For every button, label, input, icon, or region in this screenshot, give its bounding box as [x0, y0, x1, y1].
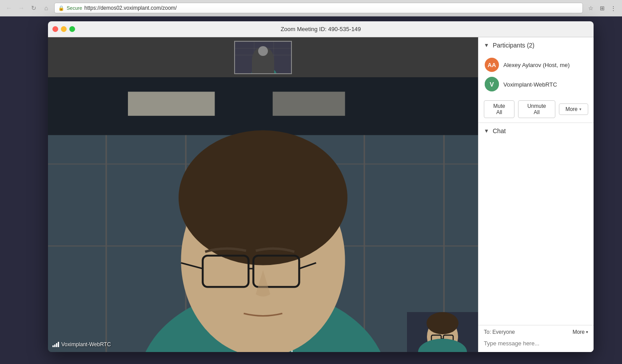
- signal-bars: [52, 342, 59, 347]
- back-button[interactable]: ←: [4, 4, 13, 12]
- more-label: More: [566, 106, 578, 112]
- main-video-svg: [48, 77, 478, 352]
- signal-bar-2: [54, 344, 56, 347]
- chat-header[interactable]: ▼ Chat: [478, 123, 594, 139]
- chevron-down-icon: ▾: [579, 107, 582, 111]
- participants-section: ▼ Participants (2) AA Alexey Aylarov (Ho…: [478, 37, 594, 123]
- participant-item[interactable]: AA Alexey Aylarov (Host, me): [478, 55, 594, 75]
- chat-chevron-icon: ▼: [484, 128, 489, 134]
- url-text: https://demos02.voximplant.com/zoom/: [84, 5, 177, 11]
- window-content: Voximplant-WebRTC: [48, 37, 594, 352]
- mute-all-button[interactable]: Mute All: [484, 100, 514, 118]
- bookmark-button[interactable]: ☆: [586, 4, 595, 12]
- close-button[interactable]: [52, 26, 58, 32]
- chat-to-label: To: Everyone: [484, 329, 515, 335]
- extensions-button[interactable]: ⊞: [598, 4, 606, 12]
- chat-more-button[interactable]: More ▾: [573, 329, 588, 335]
- sidebar: ▼ Participants (2) AA Alexey Aylarov (Ho…: [478, 37, 594, 352]
- home-button[interactable]: ⌂: [42, 4, 51, 12]
- svg-text:V: V: [490, 81, 494, 88]
- browser-toolbar: ← → ↻ ⌂ 🔒 Secure https://demos02.voximpl…: [0, 0, 622, 16]
- participant-name: Voximplant-WebRTC: [503, 81, 557, 88]
- main-video-feed: [48, 77, 478, 352]
- thumbnail-strip: [48, 37, 478, 77]
- participants-header[interactable]: ▼ Participants (2): [478, 37, 594, 53]
- avatar: V: [485, 77, 499, 91]
- thumbnail-person-svg: [235, 42, 292, 74]
- avatar-initials: V: [485, 77, 499, 92]
- svg-rect-0: [235, 42, 292, 74]
- minimize-button[interactable]: [61, 26, 67, 32]
- participant-name: Alexey Aylarov (Host, me): [503, 62, 570, 68]
- more-participants-button[interactable]: More ▾: [559, 103, 588, 115]
- chat-input-area: To: Everyone More ▾: [478, 325, 594, 352]
- chat-title: Chat: [493, 127, 506, 135]
- app-window: Zoom Meeting ID: 490-535-149: [48, 21, 594, 352]
- self-view-thumbnail[interactable]: [407, 312, 478, 352]
- svg-rect-6: [259, 63, 263, 66]
- participants-actions: Mute All Unmute All More ▾: [478, 96, 594, 123]
- chat-section: ▼ Chat To: Everyone More ▾: [478, 123, 594, 352]
- video-main-area: Voximplant-WebRTC: [48, 37, 478, 352]
- participant-list: AA Alexey Aylarov (Host, me): [478, 53, 594, 96]
- svg-point-25: [179, 130, 347, 265]
- thumbnail-video[interactable]: [234, 41, 292, 74]
- thumbnail-person-bg: [235, 42, 291, 73]
- participants-chevron-icon: ▼: [484, 42, 489, 48]
- chat-message-input[interactable]: [484, 338, 588, 348]
- browser-chrome: ← → ↻ ⌂ 🔒 Secure https://demos02.voximpl…: [0, 0, 622, 16]
- unmute-all-button[interactable]: Unmute All: [518, 100, 555, 118]
- chat-to-row: To: Everyone More ▾: [484, 329, 588, 335]
- video-label: Voximplant-WebRTC: [52, 341, 111, 348]
- participant-item[interactable]: V Voximplant-WebRTC: [478, 75, 594, 94]
- voximplant-avatar-icon: V: [485, 77, 499, 91]
- signal-bar-4: [58, 342, 59, 347]
- signal-bar-1: [52, 345, 54, 347]
- self-view-svg: [407, 312, 478, 352]
- participants-title: Participants (2): [493, 42, 534, 49]
- page-background: ← → ↻ ⌂ 🔒 Secure https://demos02.voximpl…: [0, 0, 622, 364]
- browser-actions: ☆ ⊞ ⋮: [586, 4, 618, 12]
- avatar: AA: [485, 58, 499, 72]
- svg-point-5: [256, 54, 272, 72]
- address-bar[interactable]: 🔒 Secure https://demos02.voximplant.com/…: [54, 3, 583, 13]
- chat-more-label: More: [573, 329, 585, 335]
- forward-button[interactable]: →: [17, 4, 26, 12]
- menu-button[interactable]: ⋮: [609, 4, 618, 12]
- video-participant-name: Voximplant-WebRTC: [61, 341, 111, 348]
- svg-point-34: [427, 312, 459, 334]
- maximize-button[interactable]: [69, 26, 75, 32]
- chat-messages-area: [478, 139, 594, 325]
- svg-rect-19: [48, 77, 478, 135]
- svg-rect-20: [128, 92, 215, 116]
- svg-rect-21: [273, 92, 345, 116]
- svg-point-9: [251, 67, 276, 74]
- window-titlebar: Zoom Meeting ID: 490-535-149: [48, 21, 594, 37]
- svg-rect-7: [264, 63, 269, 66]
- chevron-down-icon: ▾: [586, 330, 588, 334]
- secure-label: Secure: [67, 5, 82, 11]
- lock-icon: 🔒: [58, 5, 64, 11]
- reload-button[interactable]: ↻: [29, 4, 38, 12]
- signal-bar-3: [56, 343, 57, 347]
- avatar-initials: AA: [488, 62, 496, 68]
- window-title: Zoom Meeting ID: 490-535-149: [281, 26, 361, 32]
- window-controls: [52, 26, 75, 32]
